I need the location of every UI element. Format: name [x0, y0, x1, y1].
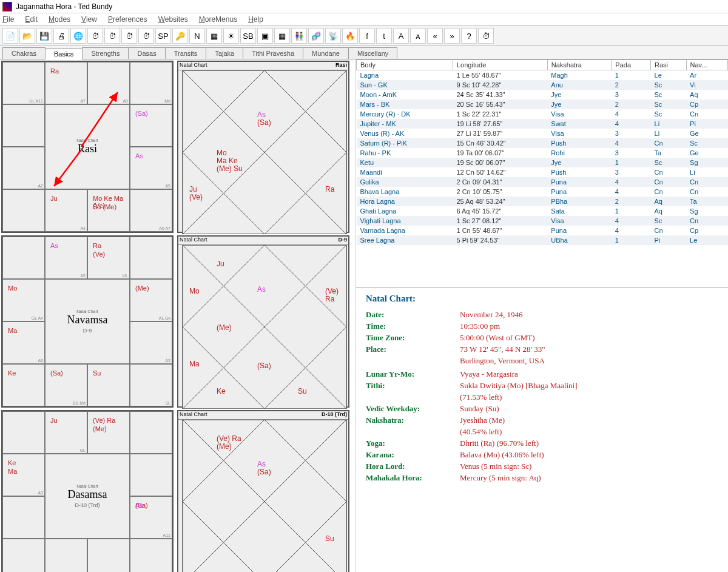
table-row[interactable]: Bhava Lagna2 Cn 10' 05.75"Puna4CnCn — [357, 187, 728, 197]
menu-edit[interactable]: Edit — [25, 15, 38, 24]
table-row[interactable]: Venus (R) - AK27 Li 31' 59.87"Visa3LiGe — [357, 129, 728, 138]
table-row[interactable]: Mars - BK20 Sc 16' 55.43"Jye2ScCp — [357, 99, 728, 109]
south-chart-1[interactable]: JuAsA5Ra(Ve)UL(Me)AL GkA2SLKe(Sa)BB MdSu… — [1, 235, 174, 408]
table-row[interactable]: Maandi12 Cn 50' 14.62"Push3CnLi — [357, 167, 728, 177]
table-row[interactable]: Jupiter - MK19 Li 58' 27.65"Swat4LiPi — [357, 119, 728, 129]
toolbar-btn-11[interactable]: N — [189, 28, 205, 44]
toolbar-btn-4[interactable]: 🌐 — [70, 28, 86, 44]
house-cell: AsA5 — [130, 147, 172, 189]
cell: Vi — [686, 80, 727, 90]
toolbar-btn-24[interactable]: ᴀ — [410, 28, 426, 44]
toolbar-btn-25[interactable]: « — [427, 28, 443, 44]
toolbar-btn-5[interactable]: ⏱ — [87, 28, 103, 44]
table-row[interactable]: Mercury (R) - DK1 Sc 22' 22.31"Visa4ScCn — [357, 109, 728, 119]
toolbar-btn-21[interactable]: f — [359, 28, 375, 44]
tab-tithi-pravesha[interactable]: Tithi Pravesha — [243, 47, 303, 59]
table-row[interactable]: Hora Lagna25 Aq 48' 53.24"PBha2AqTa — [357, 197, 728, 206]
toolbar-btn-15[interactable]: ▣ — [257, 28, 273, 44]
cell: Cn — [651, 187, 687, 197]
info-row: Date:November 24, 1946 — [366, 310, 718, 320]
south-chart-2[interactable]: MoPP BBJuGL(Ve) Ra(Me)(Sa)AsA11ALHLKeMaA… — [1, 410, 174, 572]
planet-table[interactable]: BodyLongitudeNakshatraPadaRasiNav...Lagn… — [356, 59, 728, 288]
menu-moremenus[interactable]: MoreMenus — [199, 15, 237, 24]
cell: Puna — [547, 177, 612, 187]
menu-preferences[interactable]: Preferences — [108, 15, 147, 24]
tab-basics[interactable]: Basics — [45, 48, 83, 59]
info-row: Vedic Weekday:Sunday (Su) — [366, 404, 718, 414]
planet-label: Su — [325, 534, 334, 543]
menu-view[interactable]: View — [81, 15, 97, 24]
toolbar-btn-26[interactable]: » — [444, 28, 460, 44]
toolbar-btn-3[interactable]: 🖨 — [53, 28, 69, 44]
toolbar-btn-1[interactable]: 📂 — [19, 28, 35, 44]
cell: Cp — [686, 226, 727, 235]
cell: Cn — [651, 138, 687, 148]
col-pada[interactable]: Pada — [612, 60, 651, 70]
house-cell: Su — [87, 364, 130, 406]
col-body[interactable]: Body — [357, 60, 453, 70]
table-row[interactable]: Ghati Lagna6 Aq 45' 15.72"Sata1AqSg — [357, 206, 728, 216]
col-longitude[interactable]: Longitude — [453, 60, 547, 70]
north-chart-2[interactable]: Natal ChartD-10 (Trd)As(Sa)(Ve) Ra(Me)Su — [177, 410, 349, 572]
toolbar-btn-23[interactable]: A — [393, 28, 409, 44]
tab-strengths[interactable]: Strengths — [82, 47, 129, 59]
toolbar-btn-2[interactable]: 💾 — [36, 28, 52, 44]
tab-tajaka[interactable]: Tajaka — [206, 47, 243, 59]
cell: Sc — [686, 138, 727, 148]
natal-info-pane[interactable]: Natal Chart:Date:November 24, 1946Time:1… — [356, 288, 728, 572]
north-chart-1[interactable]: Natal ChartD-9AsJuMo(Me)MaKe(Sa)Su(Ve)Ra — [177, 235, 349, 408]
table-row[interactable]: Rahu - PK19 Ta 00' 06.07"Rohi3TaGe — [357, 148, 728, 158]
toolbar-btn-9[interactable]: SP — [155, 28, 171, 44]
toolbar-btn-10[interactable]: 🔑 — [172, 28, 188, 44]
table-row[interactable]: Vighati Lagna1 Sc 27' 08.12"Visa4ScCn — [357, 216, 728, 226]
col-nav...[interactable]: Nav... — [686, 60, 727, 70]
toolbar-btn-17[interactable]: 👫 — [291, 28, 307, 44]
tab-dasas[interactable]: Dasas — [128, 47, 165, 59]
menu-websites[interactable]: Websites — [158, 15, 188, 24]
tab-miscellany[interactable]: Miscellany — [348, 47, 397, 59]
toolbar-btn-16[interactable]: ▦ — [274, 28, 290, 44]
toolbar-btn-0[interactable]: 📄 — [2, 28, 18, 44]
table-row[interactable]: Saturn (R) - PiK15 Cn 46' 30.42"Push4CnS… — [357, 138, 728, 148]
tab-transits[interactable]: Transits — [165, 47, 207, 59]
toolbar-btn-28[interactable]: ⏱ — [478, 28, 494, 44]
south-chart-0[interactable]: RaA7A9Md(Sa)AsA5A6 A7JuA4Mo Ke Ma (Ve)Su… — [1, 61, 174, 233]
menu-bar[interactable]: FileEditModesViewPreferencesWebsitesMore… — [0, 13, 728, 25]
table-row[interactable]: Sun - GK9 Sc 10' 42.28"Anu2ScVi — [357, 80, 728, 90]
toolbar-btn-14[interactable]: SB — [240, 28, 256, 44]
col-nakshatra[interactable]: Nakshatra — [547, 60, 612, 70]
toolbar-btn-19[interactable]: 📡 — [325, 28, 341, 44]
toolbar-btn-18[interactable]: 🧬 — [308, 28, 324, 44]
table-row[interactable]: Lagna1 Le 55' 48.67"Magh1LeAr — [357, 70, 728, 81]
cell: 2 Cn 09' 04.31" — [453, 177, 547, 187]
svg-rect-16 — [183, 420, 346, 572]
toolbar-btn-8[interactable]: ⏱ — [138, 28, 154, 44]
table-row[interactable]: Sree Lagna5 Pi 59' 24.53"UBha1PiLe — [357, 235, 728, 245]
house-cell: KeMaA3 — [2, 454, 45, 496]
menu-modes[interactable]: Modes — [49, 15, 70, 24]
toolbar-btn-22[interactable]: t — [376, 28, 392, 44]
cell: 3 — [612, 148, 651, 158]
toolbar-btn-12[interactable]: ▦ — [206, 28, 222, 44]
col-rasi[interactable]: Rasi — [651, 60, 687, 70]
toolbar-btn-27[interactable]: ? — [461, 28, 477, 44]
tab-mundane[interactable]: Mundane — [303, 47, 349, 59]
cell: 4 — [612, 216, 651, 226]
house-cell — [130, 539, 172, 572]
cell: Rohi — [547, 148, 612, 158]
table-row[interactable]: Varnada Lagna1 Cn 55' 48.67"Puna4CnCp — [357, 226, 728, 235]
planet-label: Ra — [325, 185, 334, 193]
tab-chakras[interactable]: Chakras — [2, 47, 46, 59]
menu-help[interactable]: Help — [248, 15, 263, 24]
toolbar-btn-13[interactable]: ☀ — [223, 28, 239, 44]
toolbar-btn-20[interactable]: 🔥 — [342, 28, 358, 44]
house-cell: (Me)AL Gk — [130, 279, 172, 321]
cell: Vighati Lagna — [357, 216, 453, 226]
toolbar-btn-6[interactable]: ⏱ — [104, 28, 120, 44]
menu-file[interactable]: File — [2, 15, 14, 24]
table-row[interactable]: Gulika2 Cn 09' 04.31"Puna4CnCn — [357, 177, 728, 187]
north-chart-0[interactable]: Natal ChartRasiAs(Sa)MoMa Ke(Me) SuJu(Ve… — [177, 61, 349, 233]
toolbar-btn-7[interactable]: ⏱ — [121, 28, 137, 44]
table-row[interactable]: Moon - AmK24 Sc 35' 41.33"Jye3ScAq — [357, 90, 728, 99]
table-row[interactable]: Ketu19 Sc 00' 06.07"Jye1ScSg — [357, 158, 728, 167]
